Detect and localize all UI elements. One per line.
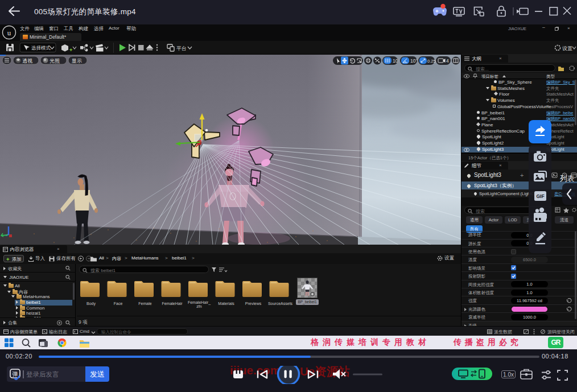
svg-text:0.25: 0.25 — [427, 59, 436, 64]
svg-text:u: u — [7, 28, 11, 37]
svg-text:透视: 透视 — [22, 58, 32, 64]
svg-text:选择模式: 选择模式 — [31, 45, 51, 51]
svg-text:设置: 设置 — [562, 46, 572, 51]
svg-text:4: 4 — [446, 58, 449, 64]
svg-text:平台: 平台 — [176, 46, 187, 51]
svg-text:弹: 弹 — [13, 371, 18, 377]
svg-text:10: 10 — [393, 58, 398, 64]
svg-text:光照: 光照 — [50, 58, 60, 64]
svg-text:显示: 显示 — [71, 58, 82, 64]
svg-text:10°: 10° — [410, 58, 418, 64]
svg-text:+: + — [69, 47, 72, 53]
svg-text:GIF: GIF — [536, 193, 544, 199]
